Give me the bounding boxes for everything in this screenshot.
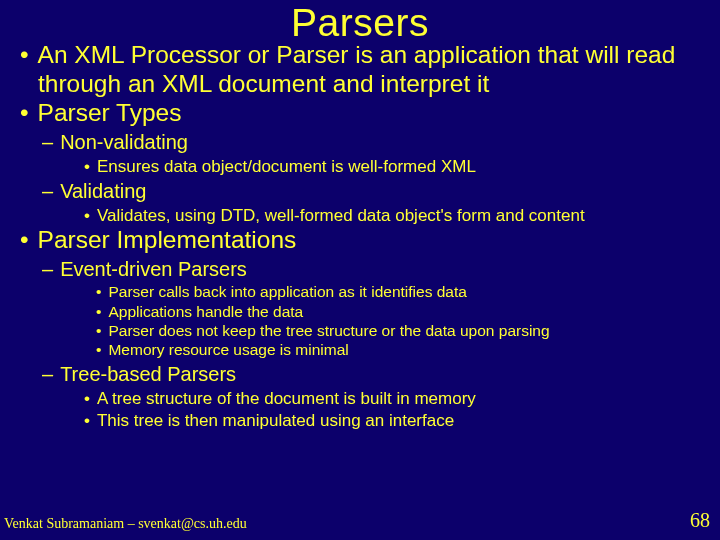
- footer-author: Venkat Subramaniam – svenkat@cs.uh.edu: [4, 516, 247, 532]
- bullet-l2: Validating: [4, 179, 716, 204]
- bullet-l3: Ensures data object/document is well-for…: [4, 156, 716, 177]
- bullet-list: An XML Processor or Parser is an applica…: [4, 41, 716, 431]
- bullet-l4: Applications handle the data: [4, 302, 716, 321]
- bullet-l2: Event-driven Parsers: [4, 257, 716, 282]
- bullet-l3: This tree is then manipulated using an i…: [4, 410, 716, 431]
- bullet-l4: Memory resource usage is minimal: [4, 340, 716, 359]
- slide-title: Parsers: [0, 0, 720, 45]
- bullet-l2: Non-validating: [4, 130, 716, 155]
- bullet-l1: An XML Processor or Parser is an applica…: [4, 41, 716, 99]
- bullet-l1: Parser Types: [4, 99, 716, 128]
- bullet-l4: Parser calls back into application as it…: [4, 282, 716, 301]
- bullet-l2: Tree-based Parsers: [4, 362, 716, 387]
- page-number: 68: [690, 509, 710, 532]
- bullet-l4: Parser does not keep the tree structure …: [4, 321, 716, 340]
- bullet-l3: Validates, using DTD, well-formed data o…: [4, 205, 716, 226]
- bullet-l1: Parser Implementations: [4, 226, 716, 255]
- bullet-l3: A tree structure of the document is buil…: [4, 388, 716, 409]
- slide: Parsers An XML Processor or Parser is an…: [0, 0, 720, 540]
- slide-content: An XML Processor or Parser is an applica…: [0, 41, 720, 431]
